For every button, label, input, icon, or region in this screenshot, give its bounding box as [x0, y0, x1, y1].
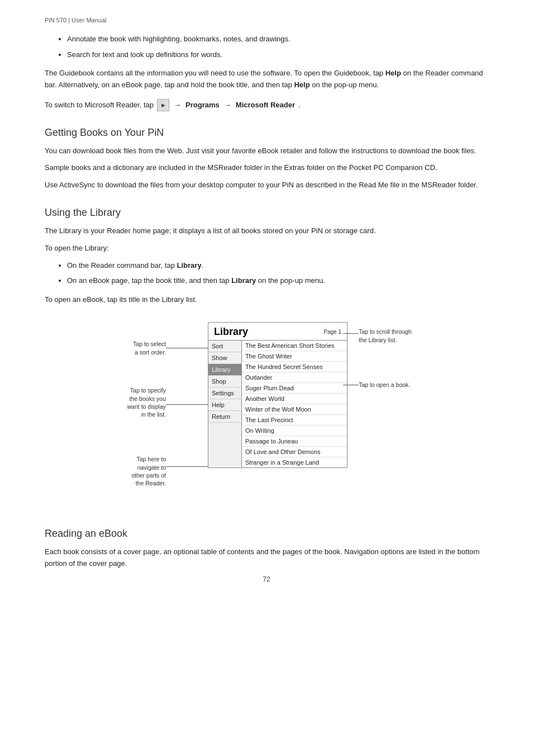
period: . [298, 101, 301, 109]
book-item-4[interactable]: Suger Plum Dead [242, 383, 347, 394]
library-diagram: Tap to selecta sort order. Tap to specif… [45, 322, 488, 512]
programs-line: To switch to Microsoft Reader, tap ▶ → P… [45, 99, 488, 111]
book-item-11[interactable]: Stranger in a Strange Land [242, 457, 347, 467]
feature-item-1: Annotate the book with highlighting, boo… [67, 34, 488, 45]
feature-item-2: Search for text and look up definitions … [67, 49, 488, 60]
book-item-9[interactable]: Passage to Juneau [242, 436, 347, 447]
library-page-label: Page 1 [323, 329, 341, 335]
section1-para2: Sample books and a dictionary are includ… [45, 162, 488, 174]
ms-reader-label: Microsoft Reader [236, 101, 295, 109]
ann-sort-label: Tap to selecta sort order. [104, 340, 166, 356]
library-ui-box: Library Page 1 Sort Show Library Shop Se… [208, 322, 348, 468]
arrow1: → [174, 101, 181, 109]
section3-para: Each book consists of a cover page, an o… [45, 546, 488, 570]
menu-item-help[interactable]: Help [208, 399, 241, 411]
menu-item-show[interactable]: Show [208, 352, 241, 364]
menu-item-shop[interactable]: Shop [208, 376, 241, 388]
section1-para1: You can download book files from the Web… [45, 145, 488, 157]
left-menu: Sort Show Library Shop Settings Help Ret… [208, 341, 242, 467]
book-item-0[interactable]: The Best American Short Stories [242, 341, 347, 351]
library-open-item-1: On the Reader command bar, tap Library. [67, 260, 488, 271]
help-bold: Help [386, 69, 401, 77]
ann-sort-line [166, 348, 208, 348]
book-item-3[interactable]: Outlander [242, 372, 347, 383]
help-bold-2: Help [294, 81, 310, 89]
library-title: Library [214, 326, 248, 338]
ann-scroll-label: Tap to scroll throughthe Library list. [359, 328, 429, 343]
open-ebook-instruction: To open an eBook, tap its title in the L… [45, 294, 488, 306]
section1-para3: Use ActiveSync to download the files fro… [45, 179, 488, 191]
ann-navigate-label: Tap here tonavigate toother parts ofthe … [104, 455, 166, 487]
start-menu-icon: ▶ [157, 99, 169, 111]
book-item-5[interactable]: Another World [242, 394, 347, 404]
section2-heading: Using the Library [45, 207, 488, 219]
menu-item-library[interactable]: Library [208, 364, 241, 376]
ann-scroll-line [343, 333, 359, 334]
section3-heading: Reading an eBook [45, 528, 488, 540]
page-number: 72 [45, 575, 488, 583]
section2-intro: The Library is your Reader home page; it… [45, 225, 488, 237]
switch-prefix: To switch to Microsoft Reader, tap [45, 101, 154, 109]
ann-specify-line [166, 404, 208, 405]
ann-navigate-line [166, 466, 208, 467]
book-item-6[interactable]: Winter of the Wolf Moon [242, 404, 347, 415]
features-list: Annotate the book with highlighting, boo… [67, 34, 488, 60]
arrow2: → [224, 101, 231, 109]
book-item-7[interactable]: The Last Precinct [242, 415, 347, 426]
library-header: Library Page 1 [208, 323, 347, 341]
book-item-2[interactable]: The Hundred Secret Senses [242, 362, 347, 372]
menu-item-settings[interactable]: Settings [208, 388, 241, 399]
menu-item-return[interactable]: Return [208, 411, 241, 423]
page-header: PiN 570 | User Manual [45, 17, 488, 23]
ann-specify-label: Tap to specifythe books youwant to displ… [104, 386, 166, 418]
programs-label: Programs [185, 101, 220, 109]
books-list: The Best American Short Stories The Ghos… [242, 341, 347, 467]
section2-open-intro: To open the Library: [45, 243, 488, 254]
library-open-item-2: On an eBook page, tap the book title, an… [67, 275, 488, 286]
library-content: Sort Show Library Shop Settings Help Ret… [208, 341, 347, 467]
section1-heading: Getting Books on Your PiN [45, 127, 488, 139]
ann-open-book-label: Tap to open a book. [359, 381, 429, 389]
library-open-list: On the Reader command bar, tap Library. … [67, 260, 488, 286]
menu-item-sort[interactable]: Sort [208, 341, 241, 352]
book-item-8[interactable]: On Writing [242, 426, 347, 436]
book-item-10[interactable]: Of Love and Other Demons [242, 447, 347, 457]
ann-open-book-line [343, 385, 359, 385]
book-item-1[interactable]: The Ghost Writer [242, 351, 347, 362]
guidebook-paragraph: The Guidebook contains all the informati… [45, 68, 488, 91]
